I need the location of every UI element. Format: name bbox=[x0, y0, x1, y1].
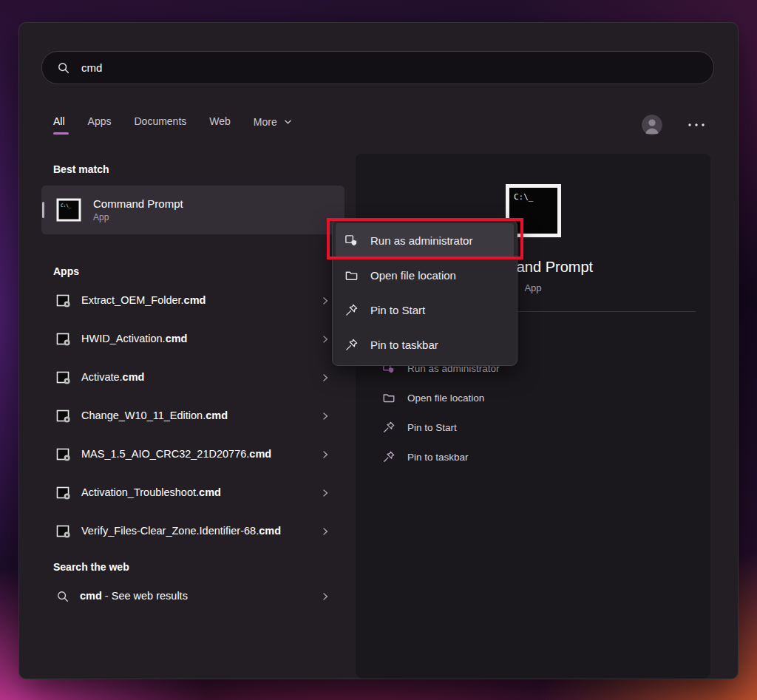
command-prompt-icon: C:\_ bbox=[56, 198, 81, 222]
cmd-file-icon bbox=[56, 293, 71, 308]
chevron-right-icon[interactable] bbox=[319, 333, 331, 345]
tab-more[interactable]: More bbox=[254, 115, 292, 135]
chevron-right-icon[interactable] bbox=[319, 295, 331, 307]
tab-web[interactable]: Web bbox=[209, 115, 231, 135]
cmd-file-icon bbox=[56, 370, 71, 385]
cmd-file-icon bbox=[56, 332, 71, 347]
best-match-subtitle: App bbox=[93, 212, 183, 222]
chevron-right-icon[interactable] bbox=[319, 372, 331, 384]
menu-run-as-administrator[interactable]: Run as administrator bbox=[336, 223, 514, 258]
pin-icon bbox=[344, 338, 359, 352]
app-result-row[interactable]: Verify_Files-Clear_Zone.Identifier-68.cm… bbox=[41, 512, 344, 551]
start-search-window: All Apps Documents Web More bbox=[18, 22, 739, 679]
cmd-file-icon bbox=[56, 409, 71, 424]
svg-text:C:\_: C:\_ bbox=[61, 203, 72, 208]
app-result-row[interactable]: MAS_1.5_AIO_CRC32_21D20776.cmd bbox=[41, 435, 344, 474]
chevron-right-icon[interactable] bbox=[319, 591, 331, 602]
search-icon bbox=[57, 61, 70, 75]
app-result-row[interactable]: HWID_Activation.cmd bbox=[41, 320, 344, 359]
menu-open-file-location[interactable]: Open file location bbox=[336, 258, 514, 293]
search-web-heading: Search the web bbox=[41, 561, 344, 573]
app-result-row[interactable]: Change_W10_11_Edition.cmd bbox=[41, 397, 344, 435]
search-input[interactable] bbox=[80, 61, 699, 75]
search-box[interactable] bbox=[41, 51, 714, 84]
app-result-row[interactable]: Extract_OEM_Folder.cmd bbox=[41, 282, 344, 320]
desktop-wallpaper: All Apps Documents Web More bbox=[0, 0, 757, 700]
selection-indicator bbox=[42, 202, 44, 218]
best-match-heading: Best match bbox=[41, 163, 344, 175]
menu-pin-to-start[interactable]: Pin to Start bbox=[336, 293, 514, 327]
preview-actions: Run as administrator Open file location … bbox=[356, 353, 710, 472]
chevron-right-icon[interactable] bbox=[319, 449, 331, 461]
chevron-right-icon[interactable] bbox=[319, 526, 331, 537]
pin-icon bbox=[344, 303, 359, 317]
app-result-row[interactable]: Activation_Troubleshoot.cmd bbox=[41, 474, 344, 512]
active-tab-underline bbox=[53, 132, 69, 135]
tab-all[interactable]: All bbox=[53, 115, 65, 135]
app-result-row[interactable]: Activate.cmd bbox=[41, 359, 344, 397]
best-match-title: Command Prompt bbox=[93, 197, 183, 210]
preview-pin-to-taskbar[interactable]: Pin to taskbar bbox=[356, 442, 710, 472]
chevron-right-icon[interactable] bbox=[319, 410, 331, 422]
user-avatar[interactable] bbox=[642, 115, 662, 135]
context-menu: Run as administrator Open file location … bbox=[332, 220, 517, 366]
more-options-icon[interactable] bbox=[688, 123, 705, 127]
pin-icon bbox=[382, 450, 396, 463]
best-match-command-prompt[interactable]: C:\_ Command Prompt App bbox=[41, 186, 344, 234]
chevron-right-icon[interactable] bbox=[319, 487, 331, 499]
tab-all-label: All bbox=[53, 115, 65, 127]
tab-apps[interactable]: Apps bbox=[88, 115, 112, 135]
cmd-file-icon bbox=[56, 447, 71, 462]
menu-pin-to-taskbar[interactable]: Pin to taskbar bbox=[336, 327, 514, 362]
cmd-file-icon bbox=[56, 486, 71, 500]
apps-heading: Apps bbox=[41, 265, 344, 277]
folder-icon bbox=[344, 268, 359, 282]
preview-open-file-location[interactable]: Open file location bbox=[356, 383, 710, 412]
cmd-file-icon bbox=[56, 524, 71, 539]
folder-icon bbox=[382, 391, 396, 404]
preview-pin-to-start[interactable]: Pin to Start bbox=[356, 412, 710, 442]
chevron-down-icon bbox=[284, 115, 292, 127]
tab-documents[interactable]: Documents bbox=[134, 115, 186, 135]
pin-icon bbox=[382, 421, 396, 434]
web-result-row[interactable]: cmd - See web results bbox=[41, 577, 344, 616]
filter-tabs-row: All Apps Documents Web More bbox=[53, 110, 705, 140]
search-icon bbox=[56, 590, 69, 603]
svg-text:C:\_: C:\_ bbox=[514, 192, 534, 202]
results-panel: Best match C:\_ Command Prompt App Apps … bbox=[41, 163, 344, 616]
run-as-admin-icon bbox=[344, 234, 359, 248]
